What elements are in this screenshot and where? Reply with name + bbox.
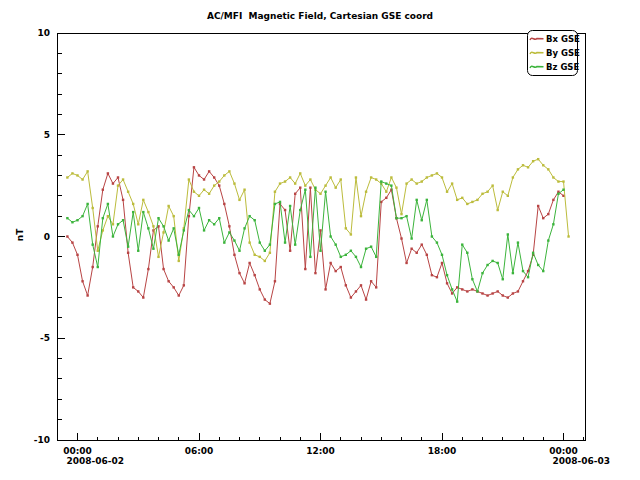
svg-text:12:00: 12:00 [306, 446, 335, 456]
y-axis-label: nT [15, 229, 25, 242]
svg-text:-5: -5 [40, 333, 50, 343]
data-series [66, 158, 570, 305]
svg-text:06:00: 06:00 [185, 446, 214, 456]
svg-text:2008-06-02: 2008-06-02 [67, 456, 125, 466]
chart-title: AC/MFI Magnetic Field, Cartesian GSE coo… [0, 11, 640, 21]
svg-text:00:00: 00:00 [549, 446, 578, 456]
svg-text:18:00: 18:00 [428, 446, 457, 456]
legend: Bx GSE By GSE Bz GSE [528, 31, 581, 76]
svg-text:00:00: 00:00 [63, 446, 92, 456]
legend-label-bx: Bx GSE [546, 34, 580, 44]
plot-area: 1050-5-1000:002008-06-0206:0012:0018:000… [0, 0, 640, 480]
chart-figure: 1050-5-1000:002008-06-0206:0012:0018:000… [0, 0, 640, 480]
svg-text:10: 10 [37, 28, 50, 38]
legend-label-by: By GSE [546, 48, 580, 58]
svg-text:5: 5 [44, 130, 50, 140]
svg-text:-10: -10 [34, 435, 50, 445]
legend-label-bz: Bz GSE [546, 62, 579, 72]
svg-text:2008-06-03: 2008-06-03 [553, 456, 611, 466]
svg-text:0: 0 [44, 232, 50, 242]
